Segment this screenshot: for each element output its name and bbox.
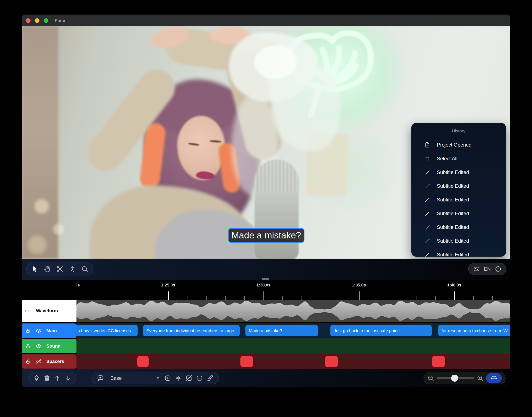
ruler-tick xyxy=(92,296,92,300)
arrow-up-icon[interactable] xyxy=(54,375,61,382)
pen-icon xyxy=(424,183,430,189)
history-item[interactable]: Subtitle Edited xyxy=(411,179,506,193)
history-item-label: Subtitle Edited xyxy=(437,197,469,203)
zoom-tool[interactable] xyxy=(81,265,89,273)
minimize-window-button[interactable] xyxy=(35,18,40,23)
spacer-marker[interactable] xyxy=(137,356,149,367)
spacers-track-content[interactable] xyxy=(76,354,510,369)
export-button[interactable] xyxy=(486,373,502,383)
main-track-content[interactable]: s how it works. CC licensesEveryone from… xyxy=(76,323,510,338)
style-preset-select[interactable]: Base xyxy=(110,375,122,381)
export-tray-icon xyxy=(491,375,498,382)
preset-spinner-icon[interactable] xyxy=(156,375,161,382)
track-label-spacers[interactable]: Spacers xyxy=(22,354,76,369)
eye-icon[interactable] xyxy=(36,328,42,334)
trash-icon[interactable] xyxy=(43,375,51,382)
ruler-tick xyxy=(168,292,169,300)
subtitle-clip[interactable]: for researchers to choose from. Wit xyxy=(438,325,510,336)
eye-icon[interactable] xyxy=(36,343,42,349)
language-button[interactable]: EN xyxy=(484,266,491,272)
lock-open-icon[interactable] xyxy=(26,343,31,349)
timeline-ruler[interactable]: 1:20.0s1:25.0s1:30.0s1:35.0s1:40.0s xyxy=(22,280,510,300)
subtitle-style-icon[interactable] xyxy=(97,375,104,382)
pan-tool[interactable] xyxy=(44,265,51,273)
blurred-shelf-background xyxy=(22,26,58,259)
arrow-down-icon[interactable] xyxy=(64,375,71,382)
duplicate-disabled-icon[interactable] xyxy=(185,375,193,382)
ruler-tick xyxy=(340,296,340,300)
subtitle-clip[interactable]: s how it works. CC licenses xyxy=(76,325,138,336)
lock-open-icon[interactable] xyxy=(26,328,31,334)
track-label-main[interactable]: Main xyxy=(22,323,76,338)
merge-rows-icon[interactable] xyxy=(196,375,203,382)
history-item[interactable]: Subtitle Edited xyxy=(411,166,506,179)
pen-icon xyxy=(424,197,430,203)
desktop: Fuse xyxy=(0,0,532,417)
timeline-toolbar: EN xyxy=(22,259,510,280)
timeline-zoom-slider[interactable] xyxy=(437,377,474,379)
history-clock-icon[interactable] xyxy=(495,266,501,272)
ruler-tick xyxy=(321,296,321,300)
history-item-label: Subtitle Edited xyxy=(437,183,469,189)
ruler-tick xyxy=(416,296,417,300)
spacer-marker[interactable] xyxy=(325,356,338,367)
spacer-marker[interactable] xyxy=(240,356,253,367)
subtitle-clip[interactable]: Made a mistake? xyxy=(246,325,318,336)
ruler-tick xyxy=(302,296,302,300)
select-tool[interactable] xyxy=(31,265,39,273)
timeline-panel: EN 1:20.0s1:25.0s1:30.0s1:35.0s1:40.0s W… xyxy=(22,259,510,387)
subtitle-overlay[interactable]: Made a mistake? xyxy=(228,228,305,243)
cut-tool[interactable] xyxy=(56,265,64,273)
history-list: Project OpenedSelect AllSubtitle EditedS… xyxy=(411,138,506,257)
history-item[interactable]: Subtitle Edited xyxy=(411,248,506,257)
history-item-label: Select All xyxy=(437,156,457,162)
ruler-tick xyxy=(149,296,149,300)
ruler-time-label: 1:20.0s xyxy=(76,283,80,288)
history-item[interactable]: Subtitle Edited xyxy=(411,193,506,207)
expand-icon[interactable] xyxy=(473,266,480,272)
history-item[interactable]: Subtitle Edited xyxy=(411,220,506,234)
history-item-label: Subtitle Edited xyxy=(437,211,469,216)
style-brush-icon[interactable] xyxy=(206,375,214,382)
ruler-tick xyxy=(225,296,226,300)
split-subtitle-icon[interactable] xyxy=(175,375,182,382)
bottom-toolbar: Base xyxy=(22,369,510,387)
add-subtitle-icon[interactable] xyxy=(164,375,171,382)
ruler-tick xyxy=(492,296,493,300)
zoom-out-icon[interactable] xyxy=(427,375,434,382)
bokeh-light xyxy=(34,199,49,213)
history-item-label: Project Opened xyxy=(437,142,471,148)
spacer-marker[interactable] xyxy=(432,356,445,367)
ruler-time-label: 1:30.0s xyxy=(256,283,271,288)
close-window-button[interactable] xyxy=(26,18,31,23)
crop-icon xyxy=(424,156,430,162)
history-item[interactable]: Subtitle Edited xyxy=(411,207,506,220)
subtitle-clip[interactable]: Just go back to the last safe point! xyxy=(330,325,432,336)
zoom-in-icon[interactable] xyxy=(477,375,484,382)
history-item[interactable]: Select All xyxy=(411,152,506,166)
waveform-icon xyxy=(24,308,31,314)
ruler-time-label: 1:35.0s xyxy=(352,283,366,288)
ruler-tick xyxy=(282,296,283,300)
ruler-tick xyxy=(454,292,455,300)
layers-icon[interactable] xyxy=(33,375,40,382)
zoom-window-button[interactable] xyxy=(44,18,48,23)
subtitle-clip[interactable]: Everyone from individual researchers to … xyxy=(143,325,240,336)
pen-icon xyxy=(424,238,430,244)
sound-track-content[interactable] xyxy=(76,338,510,354)
playhead[interactable] xyxy=(295,300,295,369)
eye-off-icon[interactable] xyxy=(36,358,42,365)
ruler-tick xyxy=(264,292,264,300)
history-item-label: Subtitle Edited xyxy=(437,252,469,257)
ruler-tick xyxy=(435,296,436,300)
waveform-track[interactable] xyxy=(76,300,510,322)
history-item[interactable]: Subtitle Edited xyxy=(411,234,506,248)
ruler-tick xyxy=(206,296,206,300)
track-label-sound[interactable]: Sound xyxy=(22,339,76,353)
stretch-tool[interactable] xyxy=(69,265,76,273)
ruler-tick xyxy=(187,296,187,300)
lock-open-icon[interactable] xyxy=(26,358,31,365)
track-label-waveform[interactable]: Waveform xyxy=(22,300,76,322)
zoom-slider-knob[interactable] xyxy=(451,375,458,382)
history-item[interactable]: Project Opened xyxy=(411,138,506,152)
